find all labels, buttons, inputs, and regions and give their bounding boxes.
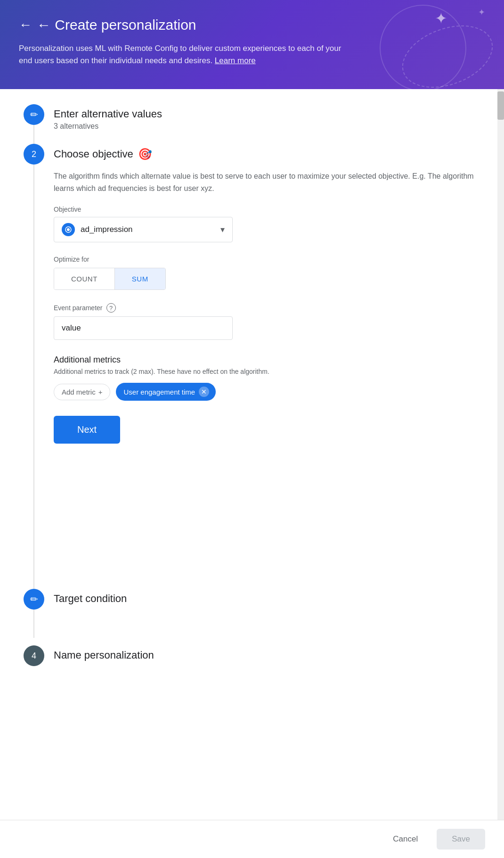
event-param-text: Event parameter xyxy=(54,304,103,312)
decorative-circle xyxy=(394,14,502,89)
step2-description: The algorithm finds which alternate valu… xyxy=(54,170,480,194)
step1-text-area: Enter alternative values 3 alternatives xyxy=(54,104,162,144)
additional-metrics-desc: Additional metrics to track (2 max). The… xyxy=(54,368,480,375)
header-subtitle: Personalization uses ML with Remote Conf… xyxy=(19,42,349,66)
step1-connector-line xyxy=(33,125,34,144)
objective-value: ad_impression xyxy=(81,225,215,234)
help-icon[interactable]: ? xyxy=(106,303,116,313)
step4-circle: 4 xyxy=(24,645,44,666)
back-button[interactable]: ← ← Create personalization xyxy=(19,17,485,33)
step2-content: Choose objective 🎯 The algorithm finds w… xyxy=(54,144,480,589)
step1-row: ✏ Enter alternative values 3 alternative… xyxy=(24,104,480,144)
step3-icon-col: ✏ xyxy=(24,589,44,638)
objective-label: Objective xyxy=(54,206,480,213)
step3-text-area: Target condition xyxy=(54,589,127,605)
step1-title: Enter alternative values xyxy=(54,108,162,120)
objective-select-wrapper: ad_impression ▾ xyxy=(54,217,480,242)
chip-close-button[interactable]: ✕ xyxy=(199,387,209,397)
footer: Cancel Save xyxy=(0,820,504,858)
cancel-button[interactable]: Cancel xyxy=(383,830,427,849)
step2-connector-line xyxy=(33,165,34,589)
objective-icon xyxy=(62,223,75,236)
step2-title: Choose objective xyxy=(54,148,133,160)
user-engagement-chip: User engagement time ✕ xyxy=(116,383,216,401)
sparkle-icon: ✦ xyxy=(435,9,447,27)
count-toggle-button[interactable]: COUNT xyxy=(54,268,114,289)
step2-row: 2 Choose objective 🎯 The algorithm finds… xyxy=(0,144,504,589)
event-param-input[interactable] xyxy=(54,316,233,340)
step1-container: ✏ Enter alternative values 3 alternative… xyxy=(0,89,504,144)
step2-circle: 2 xyxy=(24,144,44,165)
step3-connector-line xyxy=(33,610,34,638)
header: ✦ ✦ ← ← Create personalization Personali… xyxy=(0,0,504,89)
event-param-label-row: Event parameter ? xyxy=(54,303,480,313)
step3-circle: ✏ xyxy=(24,589,44,610)
objective-select[interactable]: ad_impression ▾ xyxy=(54,217,233,242)
step4-row: 4 Name personalization xyxy=(0,645,504,666)
add-icon: + xyxy=(98,388,103,396)
step1-subtitle: 3 alternatives xyxy=(54,122,162,131)
page-title: ← Create personalization xyxy=(37,17,196,33)
sparkle-small-icon: ✦ xyxy=(478,7,485,17)
add-metric-label: Add metric xyxy=(62,388,96,396)
save-button: Save xyxy=(437,829,485,850)
add-metric-button[interactable]: Add metric + xyxy=(54,384,110,400)
svg-point-1 xyxy=(67,228,70,231)
optimize-toggle-group: COUNT SUM xyxy=(54,268,166,290)
dropdown-arrow-icon: ▾ xyxy=(220,224,225,235)
additional-metrics-title: Additional metrics xyxy=(54,355,480,365)
step3-title: Target condition xyxy=(54,593,127,605)
step4-title: Name personalization xyxy=(54,649,154,661)
scrollbar[interactable] xyxy=(497,89,504,820)
step2-icon-col: 2 xyxy=(24,144,44,589)
main-content: ✏ Enter alternative values 3 alternative… xyxy=(0,89,504,820)
sum-toggle-button[interactable]: SUM xyxy=(115,268,165,289)
next-button[interactable]: Next xyxy=(54,416,120,444)
back-arrow-icon: ← xyxy=(19,17,32,33)
step3-row: ✏ Target condition xyxy=(0,589,504,638)
chip-label: User engagement time xyxy=(123,388,195,396)
metrics-row: Add metric + User engagement time ✕ xyxy=(54,383,480,401)
scrollbar-thumb[interactable] xyxy=(497,91,504,120)
objective-medal-icon: 🎯 xyxy=(138,148,152,161)
step2-header: Choose objective 🎯 xyxy=(54,144,480,161)
step4-text-area: Name personalization xyxy=(54,645,154,661)
optimize-label: Optimize for xyxy=(54,256,480,263)
learn-more-link[interactable]: Learn more xyxy=(215,56,256,65)
step1-icon-col: ✏ xyxy=(24,104,44,144)
step1-circle: ✏ xyxy=(24,104,44,125)
step4-icon-col: 4 xyxy=(24,645,44,666)
